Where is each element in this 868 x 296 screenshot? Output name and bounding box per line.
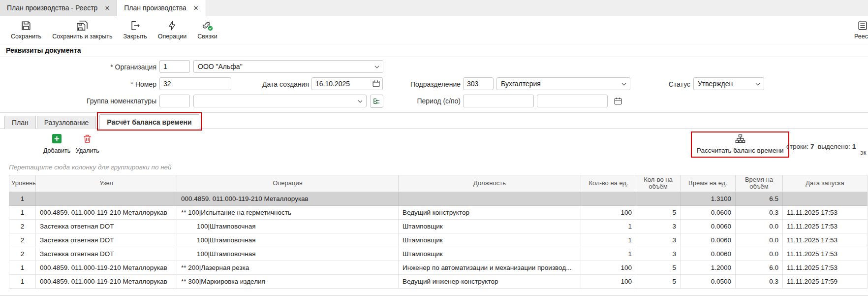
period-label: Период (с/по) <box>408 97 461 105</box>
grid-counts: строки: 7 выделено: 1 <box>786 143 856 150</box>
group-by-hint: Перетащите сюда колонку для группировки … <box>0 162 868 175</box>
department-select[interactable]: Бухгалтерия <box>496 77 630 90</box>
window-tab-production-plan[interactable]: План производства ✕ <box>117 0 206 16</box>
close-button[interactable]: Закрыть <box>120 19 151 41</box>
save-label: Сохранить <box>11 33 41 40</box>
column-header[interactable]: Узел <box>36 175 177 192</box>
table-cell: Ведущий инженер-конструктор <box>399 274 581 288</box>
save-close-label: Сохранить и закрыть <box>52 33 112 40</box>
table-cell: 1 <box>581 219 636 233</box>
table-cell: ** 300|Маркировка изделия <box>177 274 399 288</box>
group-row[interactable]: 1000.4859. 011.000-119-210 Металлорукав1… <box>9 192 868 205</box>
column-header[interactable]: Время на объём <box>736 175 783 192</box>
column-header[interactable]: Дата запуска <box>783 175 868 192</box>
column-header[interactable]: Кол-во на ед. <box>581 175 636 192</box>
table-row[interactable]: 1000.4859. 011.000-119-210 Металлорукав*… <box>9 261 868 274</box>
lightning-icon <box>167 20 178 31</box>
table-cell: 0.0 <box>736 219 783 233</box>
column-header[interactable]: Кол-во на объём <box>636 175 681 192</box>
nomenclature-group-code-input[interactable] <box>159 95 190 107</box>
creation-date-label: Дата создания <box>251 80 309 88</box>
table-cell: 3 <box>636 219 681 233</box>
period-from-input[interactable] <box>463 95 534 107</box>
table-cell: 1 <box>9 205 36 219</box>
table-cell: 5 <box>636 205 681 219</box>
tab-plan[interactable]: План <box>4 116 36 129</box>
table-cell: 11.11.2025 17:59 <box>783 274 868 288</box>
chevron-down-icon <box>357 99 363 104</box>
nomenclature-group-select[interactable] <box>193 95 367 107</box>
selected-count-label: выделено: <box>818 143 850 150</box>
table-cell <box>399 192 581 205</box>
table-cell: 0.0500 <box>681 274 736 288</box>
table-row[interactable]: 2Застежка ответная DOT100|ШтамповочнаяШт… <box>9 219 868 233</box>
registry-button[interactable]: Реест <box>854 19 868 41</box>
period-to-input[interactable] <box>537 95 608 107</box>
tree-icon <box>372 97 381 105</box>
table-cell: 3 <box>636 233 681 247</box>
number-input[interactable] <box>159 77 231 90</box>
table-cell: 1 <box>9 261 36 274</box>
table-cell: 2 <box>9 219 36 233</box>
table-cell <box>636 192 681 205</box>
column-header[interactable]: Время на ед. <box>681 175 736 192</box>
window-tab-registry[interactable]: План производства - Реестр ✕ <box>0 0 117 16</box>
table-cell: 1 <box>581 247 636 261</box>
status-select[interactable]: Утвержден <box>693 77 764 90</box>
column-header[interactable]: Операция <box>177 175 399 192</box>
close-tab-icon[interactable]: ✕ <box>193 4 199 12</box>
section-title: Реквизиты документа <box>0 44 868 57</box>
calendar-icon[interactable] <box>372 79 380 88</box>
rows-count-value: 7 <box>810 143 814 150</box>
table-cell <box>36 192 177 205</box>
save-button[interactable]: Сохранить <box>7 19 45 41</box>
chevron-down-icon <box>621 82 627 87</box>
table-cell: 000.4859. 011.000-119-210 Металлорукав <box>36 205 177 219</box>
save-icon <box>21 20 31 31</box>
window-tab-bar: План производства - Реестр ✕ План произв… <box>0 0 868 16</box>
table-cell: 11.11.2025 17:53 <box>783 261 868 274</box>
tab-razuzlovanie[interactable]: Разузлование <box>37 116 96 129</box>
calculate-balance-button[interactable]: Рассчитать баланс времени <box>697 134 783 154</box>
app-window: План производства - Реестр ✕ План произв… <box>0 0 868 296</box>
links-icon <box>201 20 214 31</box>
table-cell: ** 100|Испытание на герметичность <box>177 205 399 219</box>
operations-button[interactable]: Операции <box>154 19 190 41</box>
organization-select[interactable]: ООО "Альфа" <box>193 60 383 73</box>
annotation-highlight-tab: Расчёт баланса времени <box>97 112 201 131</box>
organization-code-input[interactable] <box>159 60 190 73</box>
links-button[interactable]: Связки <box>193 19 221 41</box>
table-cell: 0.0060 <box>681 219 736 233</box>
table-row[interactable]: 2Застежка ответная DOT100|ШтамповочнаяШт… <box>9 247 868 261</box>
department-code-input[interactable] <box>463 77 494 90</box>
table-cell: 0.3 <box>736 205 783 219</box>
table-cell: ** 200|Лазерная резка <box>177 261 399 274</box>
tab-time-balance[interactable]: Расчёт баланса времени <box>99 114 199 130</box>
add-button[interactable]: Добавить <box>43 133 70 154</box>
requisites-form: * Организация ООО "Альфа" * Номер Дата с… <box>0 57 868 113</box>
time-balance-table: УровеньУзелОперацияДолжностьКол-во на ед… <box>9 175 868 289</box>
table-header-row: УровеньУзелОперацияДолжностьКол-во на ед… <box>9 175 868 192</box>
calendar-icon[interactable] <box>614 97 622 107</box>
table-cell: 000.4859. 011.000-119-210 Металлорукав <box>177 192 399 205</box>
column-header[interactable]: Уровень <box>9 175 36 192</box>
column-header[interactable]: Должность <box>399 175 581 192</box>
table-cell: Застежка ответная DOT <box>36 219 177 233</box>
table-row[interactable]: 2Застежка ответная DOT100|ШтамповочнаяШт… <box>9 233 868 247</box>
table-row[interactable]: 1000.4859. 011.000-119-210 Металлорукав*… <box>9 274 868 288</box>
close-tab-icon[interactable]: ✕ <box>104 4 110 12</box>
delete-label: Удалить <box>76 147 99 154</box>
table-cell: 11.11.2025 17:53 <box>783 205 868 219</box>
table-row[interactable]: 1000.4859. 011.000-119-210 Металлорукав*… <box>9 205 868 219</box>
save-and-close-button[interactable]: Сохранить и закрыть <box>48 19 116 41</box>
table-cell: 0.0060 <box>681 233 736 247</box>
table-cell: Инженер по автоматизации и механизации п… <box>399 261 581 274</box>
registry-label: Реест <box>854 33 868 40</box>
table-cell: 1 <box>9 192 36 205</box>
nomenclature-tree-button[interactable] <box>370 95 383 108</box>
delete-button[interactable]: Удалить <box>76 133 99 154</box>
creation-date-field <box>311 77 383 90</box>
export-button-truncated[interactable]: эк <box>860 149 866 156</box>
add-icon <box>52 133 62 145</box>
trash-icon <box>82 133 93 145</box>
